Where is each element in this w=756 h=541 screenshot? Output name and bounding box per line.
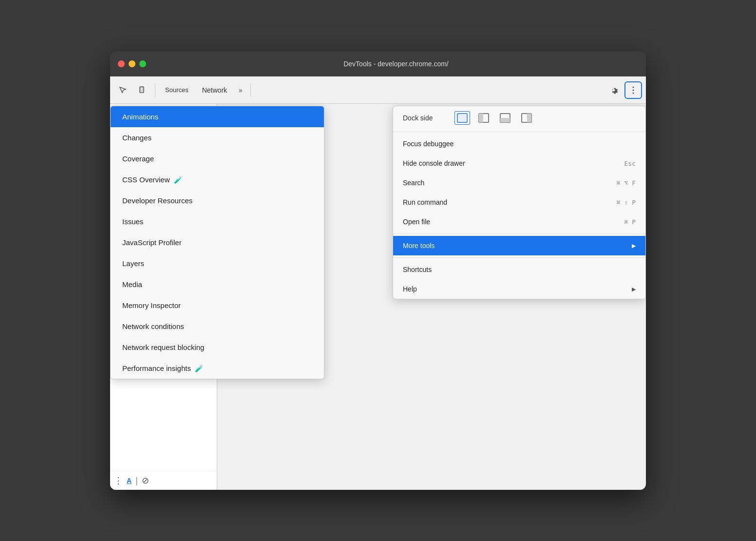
lab-icon-perf: 🧪 bbox=[195, 365, 203, 372]
svg-point-4 bbox=[633, 92, 634, 94]
dock-side-label: Dock side bbox=[403, 114, 447, 122]
element-picker-button[interactable] bbox=[114, 81, 132, 99]
help-arrow-icon: ▶ bbox=[632, 286, 636, 292]
device-toolbar-button[interactable] bbox=[133, 81, 151, 99]
menu-divider-2 bbox=[393, 233, 645, 234]
svg-rect-0 bbox=[140, 87, 144, 93]
more-icon[interactable]: ⋮ bbox=[114, 475, 123, 486]
lab-icon-css: 🧪 bbox=[174, 176, 182, 184]
svg-rect-1 bbox=[141, 87, 143, 91]
svg-rect-6 bbox=[458, 115, 466, 121]
svg-rect-12 bbox=[527, 114, 531, 122]
menu-item-animations[interactable]: Animations bbox=[111, 106, 324, 127]
menu-open-file[interactable]: Open file ⌘ P bbox=[393, 212, 645, 232]
svg-point-3 bbox=[633, 89, 634, 91]
dock-undock-button[interactable] bbox=[454, 111, 470, 125]
panel-bottom-icons: ⋮ A | ⊘ bbox=[110, 471, 217, 490]
devtools-body: Sources Network » bbox=[110, 77, 646, 490]
menu-item-developer-resources[interactable]: Developer Resources bbox=[111, 190, 324, 211]
settings-button[interactable] bbox=[605, 81, 623, 99]
more-tabs-button[interactable]: » bbox=[235, 81, 246, 99]
menu-more-tools[interactable]: More tools ▶ bbox=[393, 236, 645, 255]
tab-sources[interactable]: Sources bbox=[159, 81, 194, 99]
titlebar: DevTools - developer.chrome.com/ bbox=[110, 51, 646, 77]
menu-shortcuts[interactable]: Shortcuts bbox=[393, 260, 645, 279]
more-tools-dropdown: Animations Changes Coverage CSS Overview… bbox=[110, 106, 324, 379]
menu-item-changes[interactable]: Changes bbox=[111, 127, 324, 148]
menu-run-command[interactable]: Run command ⌘ ⇧ P bbox=[393, 193, 645, 212]
menu-search[interactable]: Search ⌘ ⌥ F bbox=[393, 173, 645, 193]
menu-item-network-request-blocking[interactable]: Network request blocking bbox=[111, 337, 324, 358]
dock-side-row: Dock side bbox=[393, 106, 645, 130]
menu-item-js-profiler[interactable]: JavaScript Profiler bbox=[111, 232, 324, 253]
menu-item-issues[interactable]: Issues bbox=[111, 211, 324, 232]
accessibility-link[interactable]: A bbox=[127, 477, 132, 484]
menu-item-layers[interactable]: Layers bbox=[111, 253, 324, 274]
shortcut-search: ⌘ ⌥ F bbox=[617, 179, 636, 187]
tab-network[interactable]: Network bbox=[196, 81, 233, 99]
svg-rect-8 bbox=[479, 114, 483, 122]
menu-item-memory-inspector[interactable]: Memory Inspector bbox=[111, 295, 324, 316]
minimize-button[interactable] bbox=[129, 60, 135, 67]
menu-item-coverage[interactable]: Coverage bbox=[111, 148, 324, 169]
more-options-button[interactable] bbox=[624, 81, 642, 99]
window-title: DevTools - developer.chrome.com/ bbox=[154, 60, 638, 68]
shortcut-open-file: ⌘ P bbox=[624, 218, 636, 226]
menu-focus-debuggee[interactable]: Focus debuggee bbox=[393, 134, 645, 154]
devtools-toolbar: Sources Network » bbox=[110, 77, 646, 104]
block-icon[interactable]: ⊘ bbox=[142, 475, 149, 486]
menu-item-media[interactable]: Media bbox=[111, 274, 324, 295]
dock-icons bbox=[454, 111, 534, 125]
traffic-lights bbox=[118, 60, 146, 67]
svg-point-2 bbox=[633, 86, 634, 88]
menu-item-css-overview[interactable]: CSS Overview 🧪 bbox=[111, 169, 324, 190]
shortcut-hide-console: Esc bbox=[624, 160, 636, 167]
svg-rect-10 bbox=[500, 118, 510, 122]
menu-item-performance-insights[interactable]: Performance insights 🧪 bbox=[111, 358, 324, 379]
devtools-main: Styles Computed <!doct… ⋮ A | ⊘ bbox=[110, 104, 646, 490]
menu-divider-3 bbox=[393, 257, 645, 258]
dock-right-button[interactable] bbox=[519, 111, 534, 125]
toolbar-divider-2 bbox=[250, 83, 251, 97]
divider-icon: | bbox=[135, 476, 138, 486]
close-button[interactable] bbox=[118, 60, 125, 67]
shortcut-run-command: ⌘ ⇧ P bbox=[617, 199, 636, 206]
menu-hide-console[interactable]: Hide console drawer Esc bbox=[393, 154, 645, 173]
dock-left-button[interactable] bbox=[476, 111, 491, 125]
menu-help[interactable]: Help ▶ bbox=[393, 279, 645, 299]
main-menu-dropdown: Dock side bbox=[393, 106, 646, 299]
menu-item-network-conditions[interactable]: Network conditions bbox=[111, 316, 324, 337]
more-tools-arrow-icon: ▶ bbox=[632, 243, 636, 249]
dock-bottom-button[interactable] bbox=[497, 111, 513, 125]
devtools-window: DevTools - developer.chrome.com/ Sources bbox=[110, 51, 646, 490]
menu-divider-1 bbox=[393, 132, 645, 132]
toolbar-divider-1 bbox=[155, 83, 155, 97]
maximize-button[interactable] bbox=[139, 60, 146, 67]
